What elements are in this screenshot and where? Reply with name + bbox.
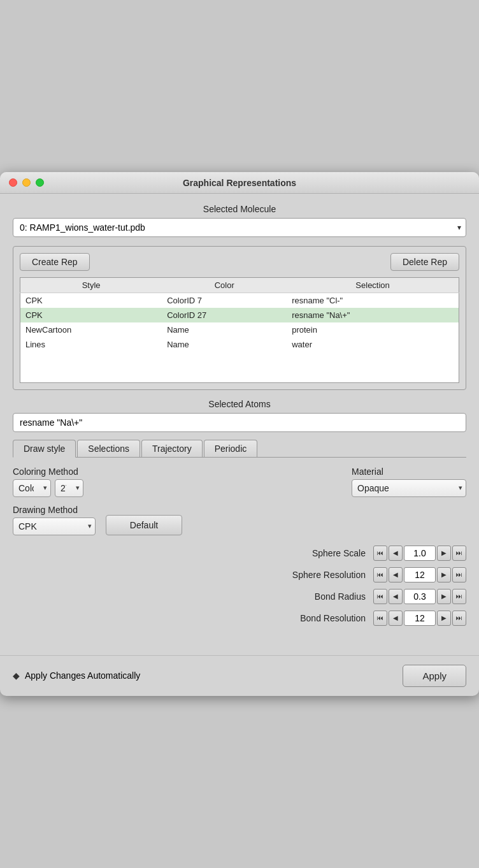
cell-selection: water <box>287 337 459 352</box>
table-row[interactable]: NewCartoon Name protein <box>20 322 459 337</box>
rep-buttons-row: Create Rep Delete Rep <box>20 253 459 271</box>
coloring-method-group: Coloring Method ColorID ▾ 27 ▾ <box>13 467 83 497</box>
table-row-empty <box>20 352 459 367</box>
col-selection: Selection <box>287 278 459 293</box>
default-button[interactable]: Default <box>106 515 182 535</box>
bond-radius-value[interactable] <box>404 589 436 604</box>
selected-atoms-input[interactable] <box>13 413 466 432</box>
bottom-bar: ◆ Apply Changes Automatically Apply <box>0 655 479 696</box>
apply-button[interactable]: Apply <box>403 665 466 687</box>
sphere-scale-skip-back[interactable]: ⏮ <box>373 546 387 561</box>
sphere-scale-label: Sphere Scale <box>13 548 369 558</box>
sphere-scale-skip-forward[interactable]: ⏭ <box>452 546 466 561</box>
cell-selection: protein <box>287 322 459 337</box>
titlebar: Graphical Representations <box>0 172 479 194</box>
molecule-section-label: Selected Molecule <box>13 204 466 214</box>
bond-radius-forward[interactable]: ▶ <box>437 589 451 604</box>
bond-res-skip-back[interactable]: ⏮ <box>373 611 387 626</box>
selected-atoms-label: Selected Atoms <box>13 399 466 409</box>
auto-apply-label: Apply Changes Automatically <box>25 670 140 681</box>
sphere-res-skip-forward[interactable]: ⏭ <box>452 567 466 582</box>
diamond-icon: ◆ <box>13 670 20 681</box>
coloring-method-dropdown[interactable]: ColorID <box>13 479 51 497</box>
cell-selection: resname "Na\+" <box>287 308 459 322</box>
sphere-res-back[interactable]: ◀ <box>389 567 403 582</box>
drawing-method-group: Drawing Method CPK ▾ <box>13 505 96 535</box>
minimize-button[interactable] <box>22 178 31 187</box>
main-window: Graphical Representations Selected Molec… <box>0 172 479 696</box>
cell-selection: resname "Cl-" <box>287 293 459 308</box>
table-row[interactable]: CPK ColorID 7 resname "Cl-" <box>20 293 459 308</box>
coloring-id-wrapper: 27 ▾ <box>55 479 83 497</box>
create-rep-button[interactable]: Create Rep <box>20 253 90 271</box>
cell-color: ColorID 7 <box>162 293 287 308</box>
drawing-method-wrapper: CPK ▾ <box>13 517 96 535</box>
material-dropdown[interactable]: Opaque <box>352 479 466 497</box>
bond-resolution-value[interactable] <box>404 611 436 626</box>
bond-resolution-label: Bond Resolution <box>13 613 369 623</box>
draw-style-panel: Coloring Method ColorID ▾ 27 ▾ <box>13 467 466 626</box>
cell-color: Name <box>162 322 287 337</box>
table-row-empty <box>20 367 459 382</box>
material-wrapper: Opaque ▾ <box>352 479 466 497</box>
cell-color: Name <box>162 337 287 352</box>
delete-rep-button[interactable]: Delete Rep <box>390 253 459 271</box>
material-label: Material <box>352 467 466 477</box>
table-row[interactable]: Lines Name water <box>20 337 459 352</box>
sphere-res-skip-back[interactable]: ⏮ <box>373 567 387 582</box>
col-style: Style <box>20 278 162 293</box>
bond-res-forward[interactable]: ▶ <box>437 611 451 626</box>
bond-radius-label: Bond Radius <box>13 591 369 602</box>
sphere-resolution-label: Sphere Resolution <box>13 570 369 580</box>
bond-radius-stepper: ⏮ ◀ ▶ ⏭ <box>373 589 466 604</box>
tab-draw-style[interactable]: Draw style <box>13 440 76 458</box>
bond-radius-back[interactable]: ◀ <box>389 589 403 604</box>
sphere-scale-value[interactable] <box>404 546 436 561</box>
rep-table: Style Color Selection CPK ColorID 7 resn… <box>20 277 459 383</box>
auto-apply-row: ◆ Apply Changes Automatically <box>13 670 140 681</box>
molecule-dropdown[interactable]: 0: RAMP1_wions_water-tut.pdb <box>13 218 466 237</box>
coloring-id-dropdown[interactable]: 27 <box>55 479 83 497</box>
bond-res-skip-forward[interactable]: ⏭ <box>452 611 466 626</box>
cell-style: NewCartoon <box>20 322 162 337</box>
tab-periodic[interactable]: Periodic <box>204 440 258 457</box>
bond-res-back[interactable]: ◀ <box>389 611 403 626</box>
drawing-method-label: Drawing Method <box>13 505 96 515</box>
rep-panel: Create Rep Delete Rep Style Color Select… <box>13 246 466 390</box>
bond-resolution-stepper: ⏮ ◀ ▶ ⏭ <box>373 611 466 626</box>
close-button[interactable] <box>9 178 17 187</box>
bond-radius-skip-back[interactable]: ⏮ <box>373 589 387 604</box>
sphere-resolution-stepper: ⏮ ◀ ▶ ⏭ <box>373 567 466 582</box>
window-title: Graphical Representations <box>183 178 296 188</box>
cell-style: CPK <box>20 308 162 322</box>
table-row[interactable]: CPK ColorID 27 resname "Na\+" <box>20 308 459 322</box>
molecule-dropdown-wrapper: 0: RAMP1_wions_water-tut.pdb ▾ <box>13 218 466 237</box>
tab-selections[interactable]: Selections <box>77 440 140 457</box>
tab-trajectory[interactable]: Trajectory <box>141 440 203 457</box>
sphere-res-forward[interactable]: ▶ <box>437 567 451 582</box>
sphere-scale-back[interactable]: ◀ <box>389 546 403 561</box>
cell-color: ColorID 27 <box>162 308 287 322</box>
material-group: Material Opaque ▾ <box>352 467 466 497</box>
maximize-button[interactable] <box>36 178 44 187</box>
sphere-scale-stepper: ⏮ ◀ ▶ ⏭ <box>373 546 466 561</box>
bond-resolution-row: Bond Resolution ⏮ ◀ ▶ ⏭ <box>13 611 466 626</box>
coloring-method-wrapper: ColorID ▾ <box>13 479 51 497</box>
coloring-method-label: Coloring Method <box>13 467 83 477</box>
drawing-method-row: Drawing Method CPK ▾ Default <box>13 505 466 535</box>
bond-radius-row: Bond Radius ⏮ ◀ ▶ ⏭ <box>13 589 466 604</box>
content-area: Selected Molecule 0: RAMP1_wions_water-t… <box>0 194 479 642</box>
drawing-method-dropdown[interactable]: CPK <box>13 517 96 535</box>
tabs-bar: Draw style Selections Trajectory Periodi… <box>13 440 466 458</box>
coloring-selects: ColorID ▾ 27 ▾ <box>13 479 83 497</box>
col-color: Color <box>162 278 287 293</box>
cell-style: CPK <box>20 293 162 308</box>
sphere-resolution-value[interactable] <box>404 567 436 582</box>
sphere-resolution-row: Sphere Resolution ⏮ ◀ ▶ ⏭ <box>13 567 466 582</box>
sphere-scale-row: Sphere Scale ⏮ ◀ ▶ ⏭ <box>13 546 466 561</box>
cell-style: Lines <box>20 337 162 352</box>
sphere-scale-forward[interactable]: ▶ <box>437 546 451 561</box>
bond-radius-skip-forward[interactable]: ⏭ <box>452 589 466 604</box>
